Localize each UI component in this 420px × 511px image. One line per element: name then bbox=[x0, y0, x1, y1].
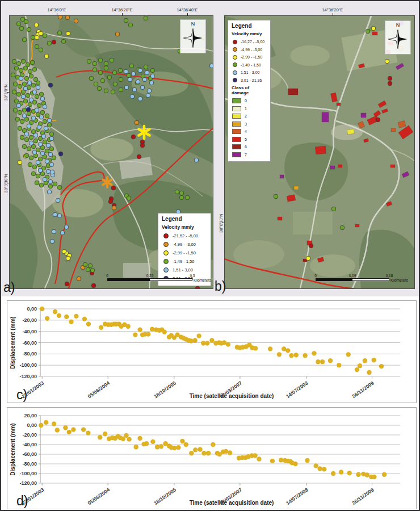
legend-item-label: -21,52 - -5,00 bbox=[173, 233, 198, 238]
svg-text:20,00: 20,00 bbox=[24, 413, 37, 418]
legend-item: -16,27 - -5,00 bbox=[232, 38, 267, 46]
svg-text:18/10/2005: 18/10/2005 bbox=[153, 487, 177, 506]
svg-text:26/11/2009: 26/11/2009 bbox=[351, 380, 375, 399]
legend-color-swatch bbox=[232, 144, 241, 149]
legend-item-label: -4,99 - -3,00 bbox=[241, 48, 262, 52]
legend-item: 0 bbox=[232, 97, 267, 105]
legend-item-label: -1,49 - 1,50 bbox=[241, 63, 261, 67]
map-panel-b: 14°36'20"E 38°0'30"N N LegendVelocity mm… bbox=[224, 15, 415, 289]
svg-text:-80,00: -80,00 bbox=[22, 461, 37, 467]
legend-color-dot bbox=[163, 259, 169, 264]
panel-label-c: c) bbox=[16, 387, 27, 403]
legend-color-swatch bbox=[232, 129, 241, 134]
lon-tick-mark bbox=[333, 13, 333, 16]
legend-velocity-and-damage: LegendVelocity mm/y-16,27 - -5,00-4,99 -… bbox=[228, 20, 271, 162]
panel-label-b: b) bbox=[215, 279, 226, 294]
legend-item-label: 1,51 - 3,00 bbox=[241, 70, 259, 74]
lat-tick-label: 38°0'30"N bbox=[3, 164, 9, 203]
scale-bar-tick-label: 0,09 bbox=[349, 274, 356, 278]
chart-panel-c: 0,00-20,00-40,00-60,00-80,00-100,00-120,… bbox=[7, 300, 417, 403]
displacement-chart-c: 0,00-20,00-40,00-60,00-80,00-100,00-120,… bbox=[7, 301, 416, 403]
scale-bar-labels: 00,250,5 bbox=[107, 274, 204, 278]
scale-bar-black-segment bbox=[108, 279, 150, 280]
svg-text:Displacement (mm): Displacement (mm) bbox=[10, 316, 16, 368]
svg-text:18/10/2005: 18/10/2005 bbox=[153, 380, 177, 399]
legend-velocity-title: Velocity mm/y bbox=[232, 31, 267, 36]
lat-tick-mark bbox=[7, 183, 10, 183]
svg-text:-60,00: -60,00 bbox=[22, 451, 37, 457]
legend-item: 1,51 - 3,00 bbox=[162, 266, 208, 274]
legend-item-label: 7 bbox=[245, 153, 247, 157]
svg-text:05/06/2004: 05/06/2004 bbox=[87, 487, 111, 506]
legend-item: 5 bbox=[232, 136, 267, 144]
legend-item: 1,51 - 3,00 bbox=[232, 69, 267, 77]
legend-item: 7 bbox=[232, 151, 267, 159]
legend-item: -2,99 - -1,50 bbox=[232, 53, 267, 61]
legend-item-label: -16,27 - -5,00 bbox=[241, 40, 264, 44]
legend-item: 3 bbox=[232, 120, 267, 128]
legend-color-dot bbox=[163, 250, 169, 256]
legend-damage-title: Class of damage bbox=[232, 85, 267, 95]
legend-item-label: 0 bbox=[245, 99, 247, 103]
legend-color-dot bbox=[233, 55, 237, 60]
legend-color-dot bbox=[233, 70, 237, 75]
scale-bar-labels: 00,090,18 bbox=[316, 274, 405, 278]
legend-item: -4,99 - -3,00 bbox=[232, 46, 267, 54]
lat-tick-label: 38°1'0"N bbox=[3, 73, 9, 112]
svg-text:-100,00: -100,00 bbox=[19, 362, 37, 368]
north-arrow: N bbox=[180, 19, 206, 53]
lon-tick-label: 14°36'20"E bbox=[322, 7, 343, 12]
scale-bar-unit: Kilometers bbox=[390, 278, 408, 282]
svg-text:-80,00: -80,00 bbox=[22, 351, 37, 357]
svg-text:-60,00: -60,00 bbox=[22, 340, 37, 346]
svg-text:-40,00: -40,00 bbox=[22, 329, 37, 334]
scale-bar-tick-label: 0,18 bbox=[386, 274, 393, 278]
legend-item: -4,99 - -3,00 bbox=[162, 240, 208, 249]
scale-bar-unit: Kilometers bbox=[194, 278, 211, 282]
svg-text:-120,00: -120,00 bbox=[19, 480, 37, 486]
lat-tick-mark bbox=[222, 223, 225, 223]
legend-item-label: 6 bbox=[245, 145, 247, 149]
svg-text:05/06/2004: 05/06/2004 bbox=[87, 380, 111, 399]
scale-bar-black-segment bbox=[316, 279, 352, 280]
lon-tick-label: 14°36'20"E bbox=[111, 7, 132, 12]
lon-tick-label: 14°36'40"E bbox=[177, 7, 198, 12]
compass-rose-icon bbox=[387, 28, 409, 51]
scale-bar: 00,090,18Kilometers bbox=[316, 274, 405, 285]
panel-label-d: d) bbox=[16, 493, 28, 509]
legend-item-label: 4 bbox=[245, 129, 247, 133]
svg-text:-20,00: -20,00 bbox=[22, 317, 37, 323]
compass-rose-icon bbox=[182, 27, 204, 49]
legend-item-label: -2,99 - -1,50 bbox=[173, 250, 196, 256]
legend-color-swatch bbox=[232, 98, 241, 103]
legend-color-dot bbox=[163, 242, 169, 247]
legend-item-label: 5 bbox=[245, 137, 247, 141]
legend-color-dot bbox=[163, 267, 169, 273]
legend-item: -1,49 - 1,50 bbox=[232, 61, 267, 69]
legend-color-swatch bbox=[232, 152, 241, 157]
svg-text:-40,00: -40,00 bbox=[22, 442, 37, 447]
legend-color-dot bbox=[233, 78, 237, 82]
legend-item-label: -2,99 - -1,50 bbox=[241, 55, 262, 59]
lat-tick-mark bbox=[7, 92, 10, 93]
legend-subtitle: Velocity mm/y bbox=[162, 224, 208, 230]
lon-tick-mark bbox=[57, 13, 57, 16]
map-panel-a: 14°36'0"E 14°36'20"E 14°36'40"E 38°1'0"N… bbox=[9, 15, 213, 289]
legend-color-dot bbox=[233, 62, 237, 67]
svg-text:26/11/2009: 26/11/2009 bbox=[351, 487, 375, 506]
legend-item: -21,52 - -5,00 bbox=[162, 232, 208, 240]
legend-item: 2 bbox=[232, 112, 267, 120]
svg-text:Time (satellite acquisition da: Time (satellite acquisition date) bbox=[190, 500, 274, 506]
svg-text:Time (satellite acquisition da: Time (satellite acquisition date) bbox=[190, 393, 274, 399]
scale-bar-bar bbox=[107, 278, 192, 281]
svg-text:14/07/2008: 14/07/2008 bbox=[285, 380, 309, 399]
scale-bar-tick-label: 0,5 bbox=[190, 274, 195, 278]
lon-tick-mark bbox=[187, 13, 188, 16]
legend-item: 3,01 - 21,36 bbox=[232, 77, 267, 85]
figure: 14°36'0"E 14°36'20"E 14°36'40"E 38°1'0"N… bbox=[0, 0, 420, 511]
legend-item: 1 bbox=[232, 105, 267, 113]
scale-bar-tick-label: 0 bbox=[106, 274, 108, 278]
legend-item-label: 1 bbox=[245, 107, 247, 111]
scale-bar-tick-label: 0,25 bbox=[146, 274, 154, 278]
legend-item: -1,49 - 1,50 bbox=[162, 257, 208, 266]
